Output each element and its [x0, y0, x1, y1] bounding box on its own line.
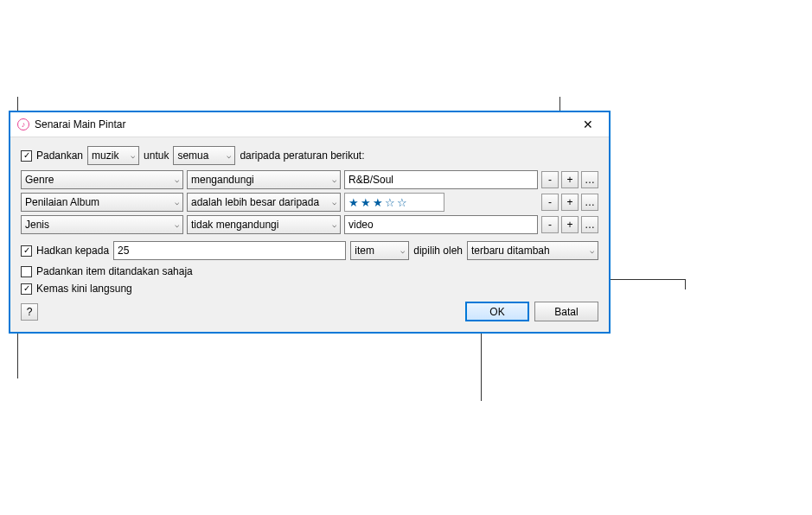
rule-field-value: Penilaian Album	[25, 196, 99, 208]
rule-value-input[interactable]: R&B/Soul	[344, 170, 538, 189]
rule-field-select[interactable]: Penilaian Album ⌵	[21, 193, 183, 212]
help-icon: ?	[27, 306, 33, 318]
live-update-checkbox[interactable]	[21, 283, 32, 295]
minus-icon: -	[548, 219, 552, 230]
chevron-down-icon: ⌵	[590, 246, 594, 255]
limit-label: Hadkan kepada	[36, 245, 109, 257]
rule-row-2: Penilaian Album ⌵ adalah lebih besar dar…	[21, 193, 598, 212]
limit-count-value: 25	[118, 245, 129, 257]
limit-selected-by-label: dipilih oleh	[413, 245, 463, 257]
match-media-value: muzik	[92, 149, 118, 162]
dialog-title: Senarai Main Pintar	[35, 118, 125, 130]
help-button[interactable]: ?	[21, 303, 38, 321]
match-scope-select[interactable]: semua ⌵	[173, 146, 235, 165]
limit-unit-select[interactable]: item ⌵	[350, 241, 409, 260]
limit-checkbox[interactable]	[21, 245, 32, 257]
match-media-select[interactable]: muzik ⌵	[87, 146, 139, 165]
rule-field-value: Genre	[25, 174, 54, 186]
rule-operator-select[interactable]: mengandungi ⌵	[187, 170, 341, 189]
chevron-down-icon: ⌵	[227, 151, 231, 160]
rule-value-text: video	[348, 219, 374, 231]
minus-icon: -	[548, 175, 552, 185]
chevron-down-icon: ⌵	[175, 198, 179, 207]
checked-only-row: Padankan item ditandakan sahaja	[21, 265, 598, 277]
rule-value-input[interactable]: video	[344, 215, 538, 234]
chevron-down-icon: ⌵	[175, 220, 179, 229]
more-icon: …	[585, 197, 595, 207]
plus-icon: +	[566, 219, 572, 230]
titlebar: ♪ Senarai Main Pintar ✕	[10, 112, 609, 137]
more-icon: …	[585, 175, 595, 185]
minus-icon: -	[548, 197, 552, 207]
remove-rule-button[interactable]: -	[541, 171, 559, 188]
limit-selected-by-select[interactable]: terbaru ditambah ⌵	[467, 241, 598, 260]
nest-rule-button[interactable]: …	[581, 171, 598, 188]
chevron-down-icon: ⌵	[332, 175, 336, 184]
more-icon: …	[585, 219, 595, 230]
limit-unit-value: item	[355, 245, 374, 257]
rule-field-select[interactable]: Genre ⌵	[21, 170, 183, 189]
rule-operator-value: tidak mengandungi	[191, 219, 278, 231]
rule-field-select[interactable]: Jenis ⌵	[21, 215, 183, 234]
rule-value-text: R&B/Soul	[348, 174, 393, 186]
live-update-label: Kemas kini langsung	[36, 283, 132, 295]
nest-rule-button[interactable]: …	[581, 216, 598, 233]
add-rule-button[interactable]: +	[561, 171, 579, 188]
close-button[interactable]: ✕	[574, 116, 602, 133]
rule-row-3: Jenis ⌵ tidak mengandungi ⌵ video - + …	[21, 215, 598, 234]
rule-value-rating[interactable]: ★★★☆☆	[344, 193, 444, 212]
rule-operator-select[interactable]: tidak mengandungi ⌵	[187, 215, 341, 234]
dialog-content: Padankan muzik ⌵ untuk semua ⌵ daripada …	[10, 137, 609, 332]
star-rating: ★★★☆☆	[348, 196, 409, 209]
add-rule-button[interactable]: +	[561, 194, 579, 211]
chevron-down-icon: ⌵	[400, 246, 405, 255]
rule-row-1: Genre ⌵ mengandungi ⌵ R&B/Soul - + …	[21, 170, 598, 189]
checked-only-checkbox[interactable]	[21, 266, 32, 277]
match-row: Padankan muzik ⌵ untuk semua ⌵ daripada …	[21, 146, 598, 165]
limit-row: Hadkan kepada 25 item ⌵ dipilih oleh ter…	[21, 241, 598, 260]
chevron-down-icon: ⌵	[175, 175, 179, 184]
match-label: Padankan	[36, 149, 83, 162]
chevron-down-icon: ⌵	[131, 151, 135, 160]
nest-rule-button[interactable]: …	[581, 194, 598, 211]
rule-operator-value: mengandungi	[191, 174, 254, 186]
chevron-down-icon: ⌵	[332, 220, 336, 229]
plus-icon: +	[566, 175, 572, 185]
match-suffix: daripada peraturan berikut:	[240, 149, 364, 162]
cancel-label: Batal	[554, 306, 578, 318]
live-update-row: Kemas kini langsung	[21, 283, 598, 295]
rule-operator-select[interactable]: adalah lebih besar daripada ⌵	[187, 193, 341, 212]
app-icon: ♪	[17, 118, 29, 130]
ok-label: OK	[489, 306, 504, 318]
ok-button[interactable]: OK	[465, 302, 529, 321]
remove-rule-button[interactable]: -	[541, 216, 559, 233]
limit-count-input[interactable]: 25	[113, 241, 346, 260]
cancel-button[interactable]: Batal	[534, 302, 598, 321]
match-for-label: untuk	[144, 149, 169, 162]
rule-field-value: Jenis	[25, 219, 49, 231]
bottom-row: ? OK Batal	[21, 302, 598, 321]
remove-rule-button[interactable]: -	[541, 194, 559, 211]
match-checkbox[interactable]	[21, 150, 32, 162]
add-rule-button[interactable]: +	[561, 216, 579, 233]
smart-playlist-dialog: ♪ Senarai Main Pintar ✕ Padankan muzik ⌵…	[9, 111, 611, 334]
limit-selected-by-value: terbaru ditambah	[471, 245, 550, 257]
chevron-down-icon: ⌵	[332, 198, 336, 207]
checked-only-label: Padankan item ditandakan sahaja	[36, 265, 193, 277]
plus-icon: +	[566, 197, 572, 207]
close-icon: ✕	[583, 118, 593, 131]
rule-operator-value: adalah lebih besar daripada	[191, 196, 319, 208]
match-scope-value: semua	[177, 149, 208, 162]
